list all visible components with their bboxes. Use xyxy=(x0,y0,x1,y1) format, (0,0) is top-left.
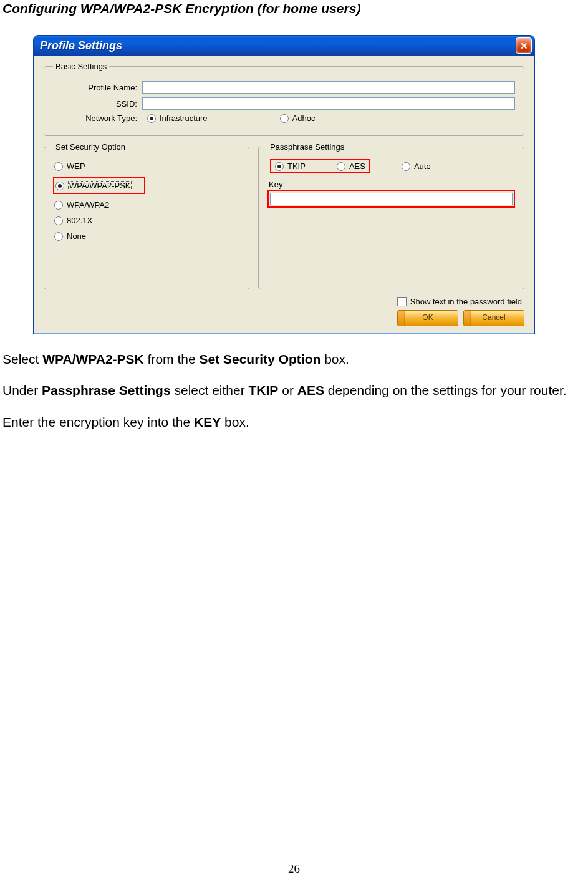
network-type-adhoc-radio[interactable]: Adhoc xyxy=(280,114,316,123)
adhoc-label: Adhoc xyxy=(292,114,316,123)
instruction-3: Enter the encryption key into the KEY bo… xyxy=(2,414,586,431)
basic-settings-legend: Basic Settings xyxy=(53,62,109,71)
profile-settings-window: Profile Settings ✕ Basic Settings Profil… xyxy=(33,35,535,334)
radio-icon xyxy=(337,162,345,171)
ok-button[interactable]: OK xyxy=(397,310,458,326)
close-button[interactable]: ✕ xyxy=(516,37,532,54)
wpa-label: WPA/WPA2 xyxy=(67,200,109,210)
passphrase-settings-legend: Passphrase Settings xyxy=(267,142,347,152)
wpa-psk-label: WPA/WPA2-PSK xyxy=(68,181,132,190)
infrastructure-label: Infrastructure xyxy=(160,114,208,123)
profile-name-label: Profile Name: xyxy=(53,83,142,92)
show-text-label: Show text in the password field xyxy=(410,297,522,306)
key-label: Key: xyxy=(269,180,515,189)
radio-icon xyxy=(54,162,63,171)
page-heading: Configuring WPA/WPA2-PSK Encryption (for… xyxy=(0,0,588,16)
radio-icon xyxy=(54,232,63,241)
ssid-input[interactable] xyxy=(142,97,515,110)
ssid-label: SSID: xyxy=(53,99,142,109)
auto-label: Auto xyxy=(414,162,431,171)
aes-label: AES xyxy=(349,162,365,171)
passphrase-settings-group: Passphrase Settings TKIP AES xyxy=(258,142,524,289)
radio-icon xyxy=(55,182,64,190)
cancel-button-label: Cancel xyxy=(482,313,505,322)
radio-icon xyxy=(147,114,156,123)
key-input[interactable] xyxy=(270,193,513,205)
passphrase-tkip-aes-highlight: TKIP AES xyxy=(270,159,370,173)
instruction-2: Under Passphrase Settings select either … xyxy=(2,382,586,399)
tkip-label: TKIP xyxy=(287,162,306,171)
basic-settings-group: Basic Settings Profile Name: SSID: Netwo… xyxy=(44,62,524,136)
instruction-1: Select WPA/WPA2-PSK from the Set Securit… xyxy=(2,351,586,368)
close-icon: ✕ xyxy=(520,41,528,51)
security-none-radio[interactable]: None xyxy=(53,229,240,243)
security-wpa-psk-radio[interactable]: WPA/WPA2-PSK xyxy=(53,177,145,194)
passphrase-tkip-radio[interactable]: TKIP xyxy=(275,162,306,171)
dot1x-label: 802.1X xyxy=(67,216,92,225)
window-title: Profile Settings xyxy=(40,39,516,52)
radio-icon xyxy=(275,162,284,171)
key-input-highlight xyxy=(267,190,515,208)
radio-icon xyxy=(54,201,63,210)
security-8021x-radio[interactable]: 802.1X xyxy=(53,213,240,228)
wep-label: WEP xyxy=(67,162,85,171)
cancel-button[interactable]: Cancel xyxy=(463,310,524,326)
network-type-infrastructure-radio[interactable]: Infrastructure xyxy=(147,114,208,123)
network-type-label: Network Type: xyxy=(53,114,142,123)
security-wep-radio[interactable]: WEP xyxy=(53,159,240,173)
security-wpa-radio[interactable]: WPA/WPA2 xyxy=(53,198,240,212)
radio-icon xyxy=(280,114,289,123)
radio-icon xyxy=(402,162,410,171)
screenshot-container: Profile Settings ✕ Basic Settings Profil… xyxy=(0,16,588,334)
security-option-group: Set Security Option WEP WPA/WPA2-PSK WPA… xyxy=(44,142,249,289)
radio-icon xyxy=(54,216,63,225)
instructions-block: Select WPA/WPA2-PSK from the Set Securit… xyxy=(0,334,588,431)
ok-button-label: OK xyxy=(422,313,433,322)
page-number: 26 xyxy=(0,862,588,876)
passphrase-auto-radio[interactable]: Auto xyxy=(402,162,431,171)
show-text-checkbox[interactable] xyxy=(397,297,407,306)
passphrase-aes-radio[interactable]: AES xyxy=(337,162,365,171)
profile-name-input[interactable] xyxy=(142,81,515,94)
none-label: None xyxy=(67,231,86,241)
security-option-legend: Set Security Option xyxy=(53,142,128,152)
window-titlebar: Profile Settings ✕ xyxy=(34,36,534,56)
